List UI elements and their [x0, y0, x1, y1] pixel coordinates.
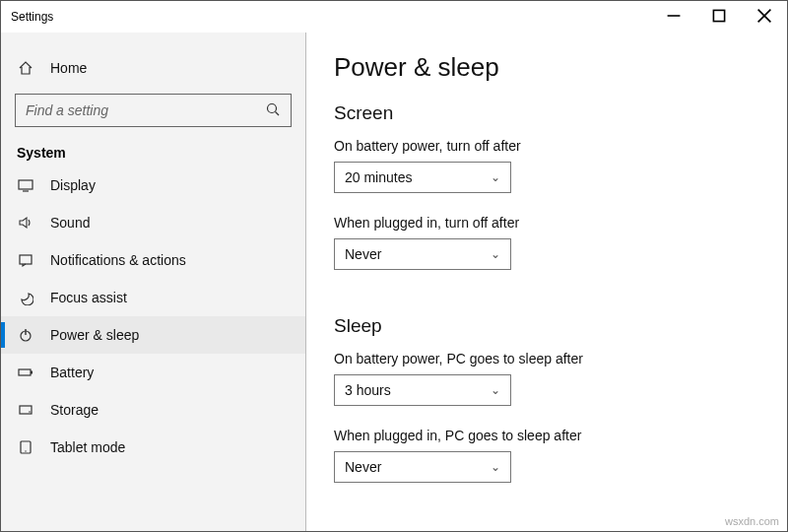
sidebar-home[interactable]: Home: [1, 52, 305, 84]
sidebar-item-label: Storage: [50, 402, 98, 418]
sleep-plugged-select[interactable]: Never ⌄: [334, 451, 511, 483]
sidebar-item-label: Tablet mode: [50, 439, 125, 455]
sidebar-item-storage[interactable]: Storage: [1, 391, 305, 429]
sleep-battery-select[interactable]: 3 hours ⌄: [334, 374, 511, 406]
sidebar-category: System: [1, 131, 305, 166]
sidebar-item-power-sleep[interactable]: Power & sleep: [1, 316, 305, 354]
main-content: Power & sleep Screen On battery power, t…: [306, 33, 787, 531]
sleep-plugged-label: When plugged in, PC goes to sleep after: [334, 428, 759, 443]
sidebar-item-battery[interactable]: Battery: [1, 354, 305, 391]
battery-icon: [17, 365, 34, 380]
window-maximize-button[interactable]: [696, 1, 742, 33]
search-input-container[interactable]: [15, 94, 292, 127]
screen-plugged-select[interactable]: Never ⌄: [334, 238, 511, 270]
power-icon: [17, 327, 34, 343]
notifications-icon: [17, 252, 34, 268]
svg-rect-6: [19, 180, 33, 189]
section-heading-sleep: Sleep: [334, 315, 759, 337]
sidebar-item-label: Power & sleep: [50, 327, 139, 343]
close-icon: [756, 8, 772, 27]
window-minimize-button[interactable]: [651, 1, 696, 33]
svg-point-4: [268, 103, 277, 112]
chevron-down-icon: ⌄: [491, 170, 500, 184]
sidebar-item-focus-assist[interactable]: Focus assist: [1, 279, 305, 316]
window-close-button[interactable]: [742, 1, 787, 33]
watermark: wsxdn.com: [725, 515, 779, 527]
svg-rect-1: [713, 10, 724, 21]
svg-rect-11: [19, 369, 31, 375]
storage-icon: [17, 402, 34, 418]
sidebar-item-label: Focus assist: [50, 290, 127, 305]
select-value: Never: [345, 246, 381, 262]
select-value: 20 minutes: [345, 169, 412, 185]
home-icon: [17, 60, 34, 76]
sidebar-item-sound[interactable]: Sound: [1, 204, 305, 241]
display-icon: [17, 177, 34, 193]
search-icon: [265, 101, 281, 120]
svg-point-14: [29, 411, 31, 413]
page-title: Power & sleep: [334, 52, 759, 83]
screen-battery-select[interactable]: 20 minutes ⌄: [334, 162, 511, 193]
sidebar-item-label: Battery: [50, 365, 94, 380]
sound-icon: [17, 215, 34, 231]
window-title: Settings: [11, 10, 53, 24]
sidebar-item-tablet-mode[interactable]: Tablet mode: [1, 429, 305, 466]
sidebar-item-label: Sound: [50, 215, 90, 231]
minimize-icon: [666, 8, 682, 27]
sidebar: Home System Display Sound: [1, 33, 306, 531]
screen-battery-label: On battery power, turn off after: [334, 138, 759, 154]
select-value: Never: [345, 459, 381, 475]
svg-rect-8: [20, 255, 32, 264]
sidebar-home-label: Home: [50, 60, 87, 76]
sidebar-item-label: Notifications & actions: [50, 252, 186, 268]
tablet-icon: [17, 439, 34, 455]
screen-plugged-label: When plugged in, turn off after: [334, 215, 759, 231]
svg-line-5: [276, 111, 280, 115]
search-input[interactable]: [26, 102, 265, 118]
sidebar-item-notifications[interactable]: Notifications & actions: [1, 241, 305, 279]
svg-rect-12: [31, 371, 33, 374]
window-titlebar: Settings: [1, 1, 787, 33]
chevron-down-icon: ⌄: [491, 460, 500, 474]
maximize-icon: [711, 8, 727, 27]
sidebar-item-label: Display: [50, 177, 96, 193]
chevron-down-icon: ⌄: [491, 383, 500, 397]
sleep-battery-label: On battery power, PC goes to sleep after: [334, 351, 759, 366]
chevron-down-icon: ⌄: [491, 247, 500, 261]
focus-assist-icon: [17, 290, 34, 305]
svg-rect-13: [20, 406, 32, 414]
sidebar-item-display[interactable]: Display: [1, 166, 305, 204]
svg-point-16: [25, 450, 26, 451]
select-value: 3 hours: [345, 382, 391, 398]
section-heading-screen: Screen: [334, 102, 759, 124]
